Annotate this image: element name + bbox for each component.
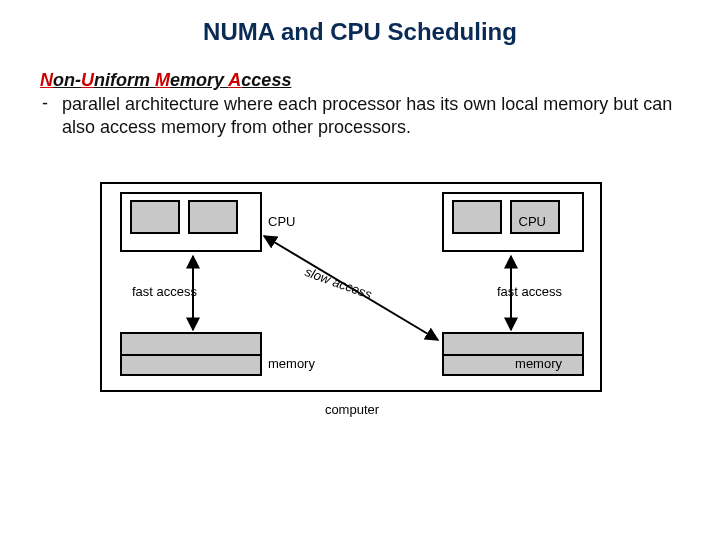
acronym-n-letter: N bbox=[40, 70, 53, 90]
memory-label-left: memory bbox=[268, 356, 315, 371]
core-left-a bbox=[130, 200, 180, 234]
cpu-right bbox=[442, 192, 584, 252]
acronym-n-rest: on- bbox=[53, 70, 81, 90]
page-title: NUMA and CPU Scheduling bbox=[0, 18, 720, 46]
bullet-text: parallel architecture where each process… bbox=[62, 93, 680, 138]
computer-label: computer bbox=[98, 402, 606, 417]
memory-left-divider bbox=[122, 354, 260, 356]
memory-right bbox=[442, 332, 584, 376]
acronym-u-rest: niform bbox=[94, 70, 155, 90]
acronym-u-letter: U bbox=[81, 70, 94, 90]
core-left-b bbox=[188, 200, 238, 234]
bullet-item: - parallel architecture where each proce… bbox=[40, 93, 680, 138]
core-right-a bbox=[452, 200, 502, 234]
memory-label-right: memory bbox=[515, 356, 562, 371]
cpu-label-right: CPU bbox=[519, 214, 546, 229]
acronym-a-letter: A bbox=[228, 70, 241, 90]
bullet-dash: - bbox=[40, 93, 62, 138]
fast-access-label-right: fast access bbox=[497, 284, 562, 299]
memory-left bbox=[120, 332, 262, 376]
fast-access-label-left: fast access bbox=[132, 284, 197, 299]
acronym-heading: Non-Uniform Memory Access bbox=[40, 70, 680, 91]
acronym-m-rest: emory bbox=[170, 70, 228, 90]
acronym-m-letter: M bbox=[155, 70, 170, 90]
cpu-label-left: CPU bbox=[268, 214, 295, 229]
acronym-a-rest: ccess bbox=[241, 70, 291, 90]
numa-diagram: CPU CPU memory memory fast access fast a… bbox=[98, 180, 606, 430]
cpu-left bbox=[120, 192, 262, 252]
